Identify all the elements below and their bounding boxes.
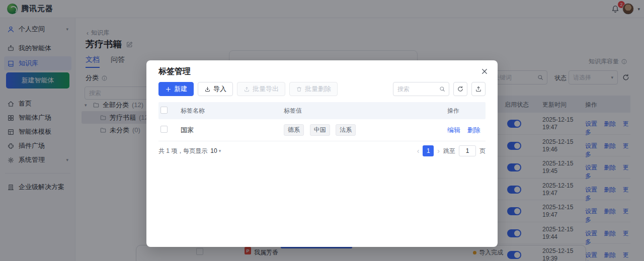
tag-value: 德系 (284, 124, 304, 136)
close-icon[interactable] (480, 67, 489, 75)
plus-icon (165, 86, 172, 93)
batch-export-button: 批量导出 (237, 82, 285, 96)
trash-icon (296, 86, 302, 93)
refresh-button[interactable] (453, 82, 467, 96)
upload-icon (475, 85, 482, 93)
delete-link[interactable]: 删除 (467, 126, 480, 134)
export-icon-button[interactable] (471, 82, 486, 96)
tag-value: 中国 (310, 124, 330, 136)
jump-page-input[interactable] (459, 145, 476, 156)
page-size-value[interactable]: 10 (210, 147, 217, 154)
import-icon (204, 86, 211, 93)
tag-management-modal: 标签管理 新建 导入 批量导出 批量删除 (146, 60, 498, 247)
chevron-down-icon[interactable]: ▾ (219, 148, 221, 153)
jump-label: 跳至 (443, 147, 455, 155)
export-icon (244, 86, 250, 93)
column-header: 标签值 (282, 107, 445, 115)
row-checkbox[interactable] (160, 126, 168, 133)
tag-table-header: 标签名称 标签值 操作 (158, 102, 486, 119)
refresh-icon (457, 85, 464, 93)
select-all-checkbox[interactable] (160, 107, 168, 114)
total-count-text: 共 1 项，每页显示 (158, 147, 207, 155)
batch-delete-button: 批量删除 (289, 82, 338, 96)
column-header: 操作 (445, 107, 486, 115)
tag-table-row: 国家 德系 中国 法系 编辑 删除 (158, 119, 486, 141)
prev-page-icon[interactable]: ‹ (417, 147, 420, 155)
import-button[interactable]: 导入 (198, 82, 233, 96)
next-page-icon[interactable]: › (437, 147, 440, 155)
create-tag-button[interactable]: 新建 (158, 82, 194, 96)
page-unit-label: 页 (479, 147, 486, 155)
tag-search (393, 82, 449, 96)
search-icon (439, 85, 446, 93)
modal-title: 标签管理 (158, 66, 486, 77)
column-header: 标签名称 (179, 107, 282, 115)
current-page-button[interactable]: 1 (423, 145, 434, 156)
tag-name: 国家 (179, 126, 282, 135)
edit-link[interactable]: 编辑 (447, 126, 460, 134)
tag-value: 法系 (336, 124, 356, 136)
